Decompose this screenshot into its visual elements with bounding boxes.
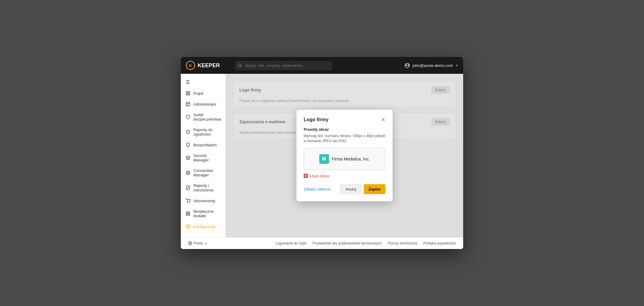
cancel-button[interactable]: Anuluj [340,184,361,194]
svg-marker-13 [186,156,190,158]
search-area [235,61,332,70]
chevron-down-icon: ▼ [455,64,458,67]
svg-rect-20 [186,212,188,213]
svg-rect-23 [188,214,190,215]
svg-rect-8 [186,102,190,106]
language-chevron: ▼ [204,242,207,245]
language-label: Polski [193,241,203,245]
modal-actions: Anuluj Zapisz [340,184,385,194]
cart-icon [186,198,190,203]
svg-point-18 [187,202,187,202]
trash-icon [304,174,308,178]
header-right: john@acme-demo.com ▼ [404,62,459,68]
modal-overlay: Logo firmy ✕ Prześlij obraz Wymogi dot. … [226,74,463,237]
sidebar-label-secrets-manager: Secrets Manager [193,153,221,162]
sidebar-item-administrator[interactable]: Administrator [181,99,226,110]
sidebar-item-raporty-ostrzezenia[interactable]: Raporty i ostrzeżenia [181,180,226,195]
company-initial: M [322,156,326,162]
svg-rect-6 [186,94,188,95]
content-area: Logo firmy Edytuj Pojawi się w nagłówku … [226,74,463,237]
sidebar-label-pulpit: Pulpit [193,91,203,96]
sidebar-label-bezpieczne-dodatki: Bezpieczne dodatki [193,209,221,218]
svg-point-19 [190,202,190,202]
sidebar-label-breachwatch: BreachWatch [193,143,217,147]
sidebar-label-konfiguracja: Konfiguracja [193,224,215,229]
modal-header: Logo firmy ✕ [304,117,385,122]
sidebar-label-connection-manager: Connection Manager [193,168,221,177]
shield-check-icon [186,130,190,134]
sidebar-item-konfiguracja[interactable]: Konfiguracja [181,221,226,232]
sidebar-item-raporty-zgodnosci[interactable]: Raporty ds. zgodności [181,124,226,140]
keeper-logo-icon: K [186,61,195,70]
logo-area: K KEEPER [186,61,231,70]
svg-point-12 [188,146,188,146]
modal-close-button[interactable]: ✕ [381,117,385,122]
sidebar-item-secrets-manager[interactable]: Secrets Manager [181,150,226,165]
footer-link-support[interactable]: Pomoc techniczna [388,241,417,245]
circle-layers-icon [186,170,190,175]
grid-icon [186,91,190,96]
svg-point-24 [187,226,189,227]
sidebar-item-bezpieczne-dodatki[interactable]: Bezpieczne dodatki [181,206,226,221]
main-layout: ☰ Pulpit Administrator [181,74,463,237]
gear-icon [186,224,190,229]
footer: Polski ▼ Logowanie do sejfu Przewodnik d… [181,237,463,249]
delete-label: Usuń obraz [310,174,330,178]
svg-rect-7 [188,94,190,95]
app-title: KEEPER [198,62,220,69]
search-icon [238,63,242,68]
svg-text:K: K [189,64,192,68]
company-avatar: M [319,154,329,164]
svg-line-3 [241,66,242,67]
sidebar-label-audyt: Audyt bezpieczeństwa [193,112,221,122]
sidebar-item-connection-manager[interactable]: Connection Manager [181,165,226,180]
sidebar-item-breachwatch[interactable]: BreachWatch [181,140,226,150]
sidebar-label-administrator: Administrator [193,102,217,106]
save-button[interactable]: Zapisz [364,184,385,194]
hamburger-menu[interactable]: ☰ [181,76,226,88]
footer-link-privacy[interactable]: Polityka prywatności [423,241,456,245]
sidebar-item-abonamenty[interactable]: Abonamenty [181,195,226,206]
svg-rect-4 [186,92,188,93]
sidebar: ☰ Pulpit Administrator [181,74,226,237]
layers-icon [186,155,190,160]
report-icon [186,185,190,190]
shield-icon [186,115,190,119]
sidebar-item-audyt[interactable]: Audyt bezpieczeństwa [181,110,226,124]
logo-modal: Logo firmy ✕ Prześlij obraz Wymogi dot. … [296,110,393,201]
sidebar-label-raporty-zgodnosci: Raporty ds. zgodności [193,128,221,136]
delete-image-button[interactable]: Usuń obraz [304,174,330,178]
svg-rect-21 [188,212,190,213]
account-circle-icon [404,62,410,68]
svg-rect-22 [186,214,188,215]
svg-point-2 [238,64,241,67]
see-current-button[interactable]: Zobacz obecne [304,187,330,191]
company-name: Firma Medialna, Inc. [332,157,370,161]
user-email[interactable]: john@acme-demo.com [413,63,453,68]
logo-upload-box[interactable]: M Firma Medialna, Inc. [304,148,385,170]
sidebar-label-abonamenty: Abonamenty [193,199,215,203]
search-input[interactable] [235,61,332,70]
footer-link-login[interactable]: Logowanie do sejfu [275,241,306,245]
footer-links: Logowanie do sejfu Przewodnik dla użytko… [275,241,456,245]
language-selector[interactable]: Polski ▼ [188,241,207,245]
grid-dots-icon [186,211,190,216]
modal-title: Logo firmy [304,117,329,122]
globe-icon [188,241,192,245]
footer-link-guide[interactable]: Przewodnik dla użytkowników biznesowych [312,241,382,245]
sidebar-item-pulpit[interactable]: Pulpit [181,88,226,99]
shield-alert-icon [186,142,190,147]
upload-label: Prześlij obraz [304,127,385,132]
upload-hint: Wymogi dot. rozmiaru obrazu: 160px x 40p… [304,134,385,144]
layout-icon [186,102,190,106]
header: K KEEPER john@acme-demo.com ▼ [181,57,463,74]
sidebar-label-raporty-ostrzezenia: Raporty i ostrzeżenia [193,183,221,192]
svg-rect-5 [188,92,190,93]
modal-footer: Zobacz obecne Anuluj Zapisz [304,184,385,194]
